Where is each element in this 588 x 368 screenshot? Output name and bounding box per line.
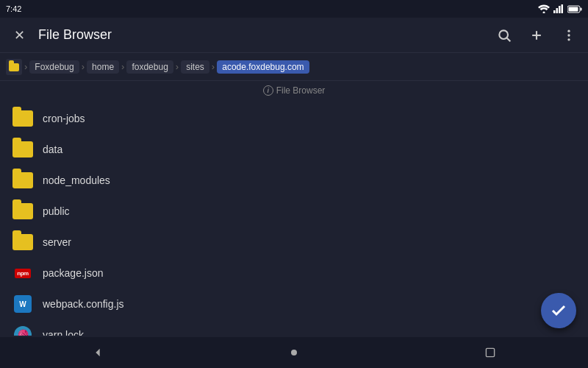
breadcrumb-item-4[interactable]: acode.foxdebug.com bbox=[217, 60, 309, 74]
svg-point-16 bbox=[291, 350, 297, 355]
status-right bbox=[538, 4, 582, 13]
folder-icon bbox=[12, 202, 34, 221]
folder-shape bbox=[12, 234, 33, 250]
check-icon bbox=[550, 302, 567, 319]
list-item[interactable]: 🧶 yarn.lock bbox=[0, 319, 588, 336]
svg-rect-2 bbox=[556, 8, 559, 13]
folder-shape bbox=[12, 172, 33, 188]
list-item[interactable]: server bbox=[0, 227, 588, 258]
list-item[interactable]: W webpack.config.js bbox=[0, 289, 588, 319]
file-name: data bbox=[43, 144, 62, 155]
file-name: package.json bbox=[43, 267, 104, 279]
svg-rect-7 bbox=[569, 7, 578, 11]
app-bar-actions bbox=[491, 22, 582, 49]
close-button[interactable]: ✕ bbox=[6, 22, 32, 49]
breadcrumb-item-1[interactable]: home bbox=[87, 60, 119, 74]
status-left: 7:42 bbox=[6, 4, 21, 13]
svg-rect-4 bbox=[562, 4, 564, 13]
svg-rect-6 bbox=[581, 7, 582, 10]
info-icon: i bbox=[263, 85, 273, 96]
recents-icon bbox=[485, 347, 495, 358]
file-name: public bbox=[43, 205, 70, 217]
breadcrumb-sep-3: › bbox=[175, 61, 179, 72]
folder-icon bbox=[12, 233, 34, 252]
svg-rect-1 bbox=[553, 10, 556, 13]
file-name: node_modules bbox=[43, 174, 110, 186]
breadcrumb-item-0[interactable]: Foxdebug bbox=[29, 60, 79, 74]
file-name: webpack.config.js bbox=[43, 298, 124, 310]
folder-icon bbox=[12, 140, 34, 159]
search-button[interactable] bbox=[491, 22, 517, 49]
status-bar: 7:42 bbox=[0, 0, 588, 18]
signal-icon bbox=[553, 4, 564, 13]
svg-point-8 bbox=[499, 30, 508, 39]
list-item[interactable]: cron-jobs bbox=[0, 103, 588, 134]
file-name: yarn.lock bbox=[43, 329, 84, 336]
svg-point-13 bbox=[567, 34, 570, 36]
list-item[interactable]: node_modules bbox=[0, 165, 588, 196]
more-button[interactable] bbox=[556, 22, 582, 49]
back-button[interactable] bbox=[83, 338, 112, 367]
app-bar: ✕ File Browser bbox=[0, 18, 588, 53]
webpack-shape: W bbox=[14, 295, 32, 313]
file-name: server bbox=[43, 236, 71, 248]
fab-button[interactable] bbox=[541, 293, 576, 328]
folder-icon bbox=[12, 109, 34, 128]
svg-point-0 bbox=[543, 12, 545, 14]
list-item[interactable]: npm package.json bbox=[0, 258, 588, 289]
yarn-shape: 🧶 bbox=[14, 326, 32, 336]
breadcrumb-bar: › Foxdebug › home › foxdebug › sites › a… bbox=[0, 53, 588, 81]
wifi-icon bbox=[538, 4, 550, 13]
list-item[interactable]: data bbox=[0, 134, 588, 165]
more-icon bbox=[562, 28, 576, 43]
app-bar-title: File Browser bbox=[38, 27, 485, 43]
npm-icon: npm bbox=[12, 263, 34, 283]
breadcrumb-item-3[interactable]: sites bbox=[181, 60, 209, 74]
svg-line-9 bbox=[507, 38, 511, 41]
battery-icon bbox=[567, 5, 582, 13]
breadcrumb-sep-2: › bbox=[121, 61, 125, 72]
breadcrumb-sep-0: › bbox=[24, 61, 28, 72]
folder-shape bbox=[12, 203, 33, 219]
svg-rect-17 bbox=[486, 348, 494, 356]
home-button[interactable] bbox=[279, 338, 309, 367]
search-icon bbox=[497, 28, 512, 43]
npm-badge: npm bbox=[15, 269, 30, 278]
add-icon bbox=[529, 28, 544, 43]
yarn-icon: 🧶 bbox=[12, 325, 34, 336]
list-item[interactable]: public bbox=[0, 196, 588, 227]
svg-marker-15 bbox=[96, 349, 100, 357]
nav-bar bbox=[0, 337, 588, 368]
back-icon bbox=[92, 347, 104, 358]
svg-rect-3 bbox=[559, 6, 561, 13]
folder-shape bbox=[12, 141, 33, 158]
folder-shape bbox=[12, 110, 33, 127]
svg-point-12 bbox=[567, 29, 570, 32]
folder-icon bbox=[12, 171, 34, 190]
recents-button[interactable] bbox=[476, 338, 505, 367]
breadcrumb-sep-1: › bbox=[81, 61, 85, 72]
file-name: cron-jobs bbox=[43, 113, 85, 124]
info-banner: i File Browser bbox=[0, 81, 588, 100]
status-time: 7:42 bbox=[6, 4, 21, 13]
add-button[interactable] bbox=[523, 22, 550, 49]
breadcrumb-item-2[interactable]: foxdebug bbox=[126, 60, 173, 74]
info-text: File Browser bbox=[276, 85, 326, 96]
svg-point-14 bbox=[567, 38, 570, 40]
breadcrumb-sep-4: › bbox=[211, 61, 215, 72]
home-icon bbox=[288, 347, 300, 358]
webpack-icon: W bbox=[12, 294, 34, 314]
file-list: cron-jobs data node_modules public serve… bbox=[0, 100, 588, 336]
breadcrumb-folder-icon[interactable] bbox=[6, 59, 22, 75]
